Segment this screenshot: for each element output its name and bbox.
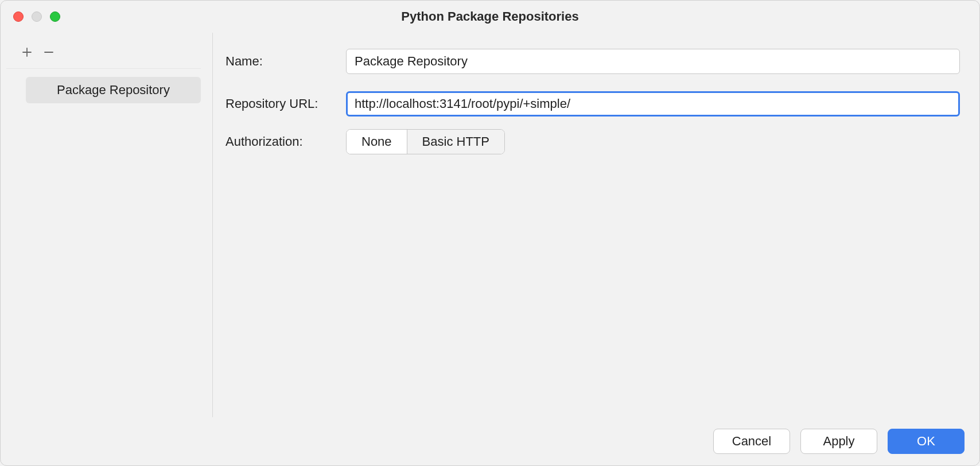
apply-button[interactable]: Apply [800,429,877,454]
window-title: Python Package Repositories [1,9,979,24]
window-controls [1,11,60,22]
content-area: Package Repository Name: Repository URL:… [1,33,979,417]
ok-button[interactable]: OK [888,429,965,454]
cancel-button[interactable]: Cancel [713,429,790,454]
auth-option-basic-http[interactable]: Basic HTTP [407,130,504,154]
remove-repository-button[interactable] [40,43,58,61]
sidebar: Package Repository [6,33,213,417]
auth-option-none[interactable]: None [347,130,407,154]
repository-list-item-label: Package Repository [57,83,170,97]
close-window-button[interactable] [13,11,24,22]
minus-icon [43,46,55,58]
maximize-window-button[interactable] [50,11,60,22]
authorization-label: Authorization: [225,134,346,149]
titlebar: Python Package Repositories [1,1,979,33]
dialog-footer: Cancel Apply OK [1,417,979,465]
name-input[interactable] [346,49,960,74]
authorization-segmented-control: None Basic HTTP [346,129,505,154]
plus-icon [21,46,33,58]
name-row: Name: [225,49,960,74]
repository-url-input[interactable] [346,91,960,116]
add-repository-button[interactable] [18,43,36,61]
minimize-window-button[interactable] [32,11,42,22]
authorization-row: Authorization: None Basic HTTP [225,129,960,154]
dialog-window: Python Package Repositories Package Repo… [0,0,980,466]
repository-list-item[interactable]: Package Repository [26,77,201,103]
sidebar-toolbar [6,38,201,69]
form-panel: Name: Repository URL: Authorization: Non… [213,33,979,417]
url-label: Repository URL: [225,96,346,111]
url-row: Repository URL: [225,91,960,116]
name-label: Name: [225,54,346,69]
repository-list: Package Repository [6,69,212,103]
